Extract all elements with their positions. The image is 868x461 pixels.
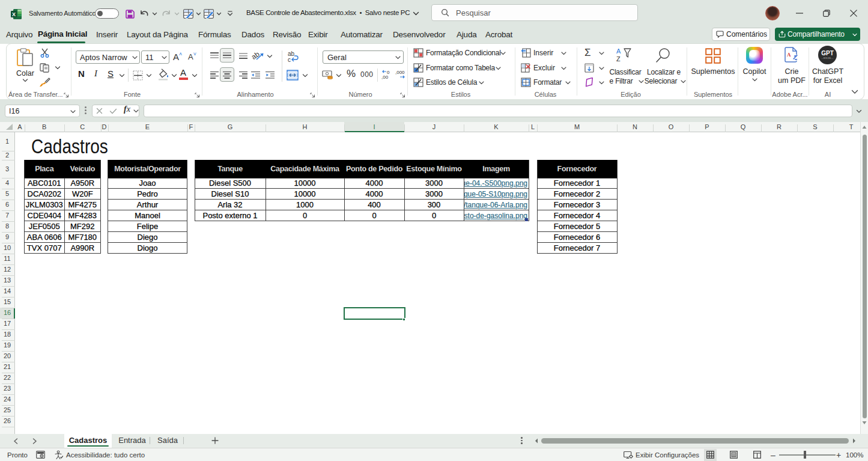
svg-text:ab: ab: [252, 50, 261, 61]
svg-text:X: X: [12, 11, 16, 17]
svg-text:A: A: [616, 47, 621, 55]
svg-text:A: A: [787, 52, 791, 58]
svg-text:,00: ,00: [395, 70, 402, 75]
svg-text:Z: Z: [616, 55, 621, 63]
svg-text:c: c: [288, 56, 291, 63]
svg-text:0: 0: [402, 70, 405, 75]
svg-text:,00: ,00: [381, 75, 389, 80]
